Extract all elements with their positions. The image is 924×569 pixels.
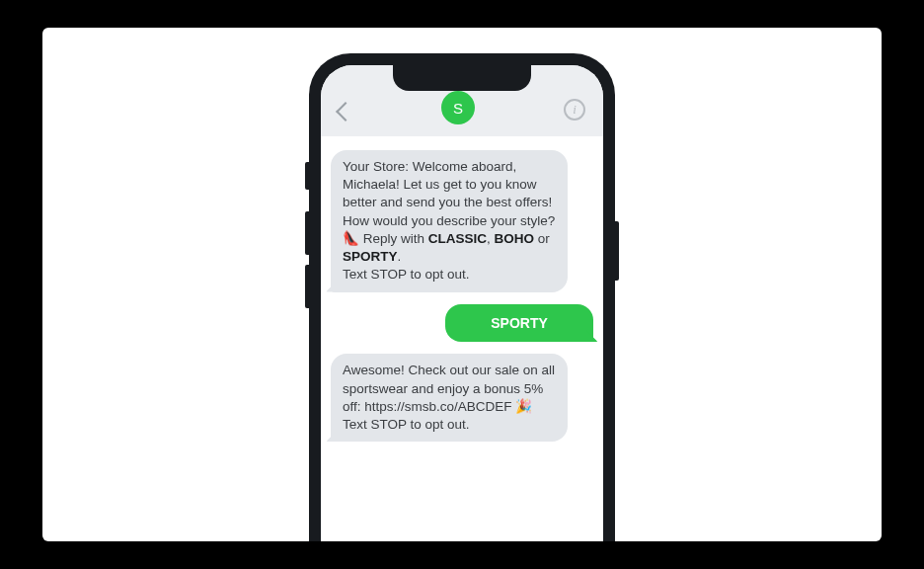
side-button-power — [615, 221, 619, 281]
phone-notch — [393, 65, 531, 91]
keyword-classic: CLASSIC — [428, 231, 487, 246]
contact-avatar[interactable]: S — [441, 91, 475, 124]
phone-frame: S i Your Store: Welcome aboard, Michaela… — [309, 53, 615, 541]
opt-out-text: Text STOP to opt out. — [343, 417, 470, 432]
message-text: Awesome! Check out our sale on all sport… — [343, 363, 555, 413]
message-text: SPORTY — [491, 315, 548, 331]
message-list[interactable]: Your Store: Welcome aboard, Michaela! Le… — [321, 136, 603, 541]
message-outgoing: SPORTY — [445, 304, 593, 343]
keyword-boho: BOHO — [495, 231, 535, 246]
phone-screen: S i Your Store: Welcome aboard, Michaela… — [321, 65, 603, 541]
back-icon[interactable] — [336, 102, 355, 122]
keyword-sporty: SPORTY — [343, 249, 398, 264]
message-incoming: Your Store: Welcome aboard, Michaela! Le… — [331, 150, 568, 292]
card-container: S i Your Store: Welcome aboard, Michaela… — [42, 28, 882, 541]
side-button-vol-up — [305, 211, 309, 255]
side-button-vol-down — [305, 265, 309, 308]
side-button-mute — [305, 162, 309, 190]
message-incoming: Awesome! Check out our sale on all sport… — [331, 354, 568, 442]
opt-out-text: Text STOP to opt out. — [343, 267, 470, 282]
info-icon[interactable]: i — [564, 99, 585, 121]
